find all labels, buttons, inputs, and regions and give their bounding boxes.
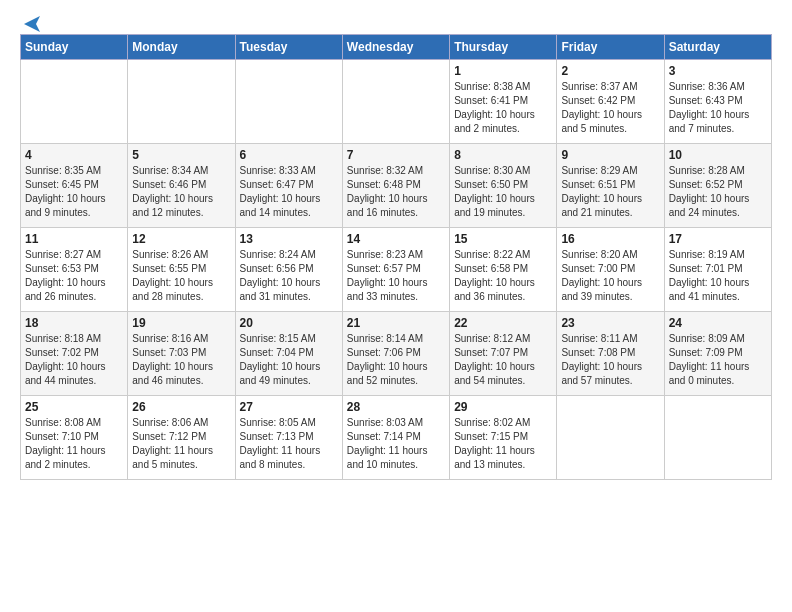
day-number: 13 (240, 232, 338, 246)
cell-w4-d0: 25Sunrise: 8:08 AMSunset: 7:10 PMDayligh… (21, 396, 128, 480)
day-number: 6 (240, 148, 338, 162)
cell-w1-d5: 9Sunrise: 8:29 AMSunset: 6:51 PMDaylight… (557, 144, 664, 228)
cell-w0-d1 (128, 60, 235, 144)
day-info: Sunrise: 8:33 AMSunset: 6:47 PMDaylight:… (240, 164, 338, 220)
header-tuesday: Tuesday (235, 35, 342, 60)
cell-w1-d0: 4Sunrise: 8:35 AMSunset: 6:45 PMDaylight… (21, 144, 128, 228)
cell-w3-d0: 18Sunrise: 8:18 AMSunset: 7:02 PMDayligh… (21, 312, 128, 396)
cell-w0-d2 (235, 60, 342, 144)
day-number: 27 (240, 400, 338, 414)
day-number: 20 (240, 316, 338, 330)
day-info: Sunrise: 8:20 AMSunset: 7:00 PMDaylight:… (561, 248, 659, 304)
cell-w2-d4: 15Sunrise: 8:22 AMSunset: 6:58 PMDayligh… (450, 228, 557, 312)
cell-w3-d6: 24Sunrise: 8:09 AMSunset: 7:09 PMDayligh… (664, 312, 771, 396)
header-sunday: Sunday (21, 35, 128, 60)
logo (20, 18, 42, 28)
cell-w1-d4: 8Sunrise: 8:30 AMSunset: 6:50 PMDaylight… (450, 144, 557, 228)
day-number: 23 (561, 316, 659, 330)
cell-w1-d2: 6Sunrise: 8:33 AMSunset: 6:47 PMDaylight… (235, 144, 342, 228)
calendar-table: SundayMondayTuesdayWednesdayThursdayFrid… (20, 34, 772, 480)
cell-w3-d2: 20Sunrise: 8:15 AMSunset: 7:04 PMDayligh… (235, 312, 342, 396)
day-number: 28 (347, 400, 445, 414)
day-number: 10 (669, 148, 767, 162)
day-info: Sunrise: 8:02 AMSunset: 7:15 PMDaylight:… (454, 416, 552, 472)
day-number: 1 (454, 64, 552, 78)
day-info: Sunrise: 8:37 AMSunset: 6:42 PMDaylight:… (561, 80, 659, 136)
cell-w0-d0 (21, 60, 128, 144)
cell-w2-d5: 16Sunrise: 8:20 AMSunset: 7:00 PMDayligh… (557, 228, 664, 312)
cell-w4-d3: 28Sunrise: 8:03 AMSunset: 7:14 PMDayligh… (342, 396, 449, 480)
cell-w0-d3 (342, 60, 449, 144)
day-info: Sunrise: 8:11 AMSunset: 7:08 PMDaylight:… (561, 332, 659, 388)
day-info: Sunrise: 8:23 AMSunset: 6:57 PMDaylight:… (347, 248, 445, 304)
week-row-4: 25Sunrise: 8:08 AMSunset: 7:10 PMDayligh… (21, 396, 772, 480)
day-number: 4 (25, 148, 123, 162)
day-info: Sunrise: 8:35 AMSunset: 6:45 PMDaylight:… (25, 164, 123, 220)
header-row-days: SundayMondayTuesdayWednesdayThursdayFrid… (21, 35, 772, 60)
day-info: Sunrise: 8:08 AMSunset: 7:10 PMDaylight:… (25, 416, 123, 472)
day-info: Sunrise: 8:06 AMSunset: 7:12 PMDaylight:… (132, 416, 230, 472)
cell-w2-d3: 14Sunrise: 8:23 AMSunset: 6:57 PMDayligh… (342, 228, 449, 312)
day-number: 22 (454, 316, 552, 330)
day-info: Sunrise: 8:05 AMSunset: 7:13 PMDaylight:… (240, 416, 338, 472)
cell-w2-d6: 17Sunrise: 8:19 AMSunset: 7:01 PMDayligh… (664, 228, 771, 312)
cell-w3-d5: 23Sunrise: 8:11 AMSunset: 7:08 PMDayligh… (557, 312, 664, 396)
day-info: Sunrise: 8:18 AMSunset: 7:02 PMDaylight:… (25, 332, 123, 388)
day-number: 15 (454, 232, 552, 246)
page: SundayMondayTuesdayWednesdayThursdayFrid… (0, 0, 792, 490)
day-info: Sunrise: 8:24 AMSunset: 6:56 PMDaylight:… (240, 248, 338, 304)
day-info: Sunrise: 8:03 AMSunset: 7:14 PMDaylight:… (347, 416, 445, 472)
logo-icon (22, 16, 42, 32)
day-number: 14 (347, 232, 445, 246)
day-info: Sunrise: 8:32 AMSunset: 6:48 PMDaylight:… (347, 164, 445, 220)
day-number: 3 (669, 64, 767, 78)
day-number: 12 (132, 232, 230, 246)
day-info: Sunrise: 8:29 AMSunset: 6:51 PMDaylight:… (561, 164, 659, 220)
svg-marker-0 (24, 16, 40, 32)
day-info: Sunrise: 8:30 AMSunset: 6:50 PMDaylight:… (454, 164, 552, 220)
week-row-3: 18Sunrise: 8:18 AMSunset: 7:02 PMDayligh… (21, 312, 772, 396)
header-thursday: Thursday (450, 35, 557, 60)
cell-w4-d6 (664, 396, 771, 480)
day-number: 16 (561, 232, 659, 246)
day-number: 18 (25, 316, 123, 330)
cell-w1-d3: 7Sunrise: 8:32 AMSunset: 6:48 PMDaylight… (342, 144, 449, 228)
day-number: 19 (132, 316, 230, 330)
day-info: Sunrise: 8:16 AMSunset: 7:03 PMDaylight:… (132, 332, 230, 388)
day-number: 8 (454, 148, 552, 162)
day-info: Sunrise: 8:38 AMSunset: 6:41 PMDaylight:… (454, 80, 552, 136)
cell-w4-d1: 26Sunrise: 8:06 AMSunset: 7:12 PMDayligh… (128, 396, 235, 480)
day-info: Sunrise: 8:14 AMSunset: 7:06 PMDaylight:… (347, 332, 445, 388)
day-number: 9 (561, 148, 659, 162)
week-row-1: 4Sunrise: 8:35 AMSunset: 6:45 PMDaylight… (21, 144, 772, 228)
day-number: 11 (25, 232, 123, 246)
day-info: Sunrise: 8:19 AMSunset: 7:01 PMDaylight:… (669, 248, 767, 304)
week-row-0: 1Sunrise: 8:38 AMSunset: 6:41 PMDaylight… (21, 60, 772, 144)
day-info: Sunrise: 8:34 AMSunset: 6:46 PMDaylight:… (132, 164, 230, 220)
cell-w0-d4: 1Sunrise: 8:38 AMSunset: 6:41 PMDaylight… (450, 60, 557, 144)
cell-w2-d0: 11Sunrise: 8:27 AMSunset: 6:53 PMDayligh… (21, 228, 128, 312)
day-info: Sunrise: 8:28 AMSunset: 6:52 PMDaylight:… (669, 164, 767, 220)
day-number: 29 (454, 400, 552, 414)
header-row (20, 18, 772, 28)
day-number: 7 (347, 148, 445, 162)
day-info: Sunrise: 8:12 AMSunset: 7:07 PMDaylight:… (454, 332, 552, 388)
day-info: Sunrise: 8:26 AMSunset: 6:55 PMDaylight:… (132, 248, 230, 304)
cell-w4-d5 (557, 396, 664, 480)
cell-w3-d3: 21Sunrise: 8:14 AMSunset: 7:06 PMDayligh… (342, 312, 449, 396)
cell-w3-d4: 22Sunrise: 8:12 AMSunset: 7:07 PMDayligh… (450, 312, 557, 396)
header-saturday: Saturday (664, 35, 771, 60)
cell-w0-d6: 3Sunrise: 8:36 AMSunset: 6:43 PMDaylight… (664, 60, 771, 144)
day-number: 21 (347, 316, 445, 330)
cell-w0-d5: 2Sunrise: 8:37 AMSunset: 6:42 PMDaylight… (557, 60, 664, 144)
day-number: 26 (132, 400, 230, 414)
cell-w2-d2: 13Sunrise: 8:24 AMSunset: 6:56 PMDayligh… (235, 228, 342, 312)
day-info: Sunrise: 8:27 AMSunset: 6:53 PMDaylight:… (25, 248, 123, 304)
cell-w2-d1: 12Sunrise: 8:26 AMSunset: 6:55 PMDayligh… (128, 228, 235, 312)
cell-w4-d2: 27Sunrise: 8:05 AMSunset: 7:13 PMDayligh… (235, 396, 342, 480)
header-friday: Friday (557, 35, 664, 60)
day-info: Sunrise: 8:09 AMSunset: 7:09 PMDaylight:… (669, 332, 767, 388)
cell-w1-d6: 10Sunrise: 8:28 AMSunset: 6:52 PMDayligh… (664, 144, 771, 228)
day-number: 17 (669, 232, 767, 246)
header-monday: Monday (128, 35, 235, 60)
